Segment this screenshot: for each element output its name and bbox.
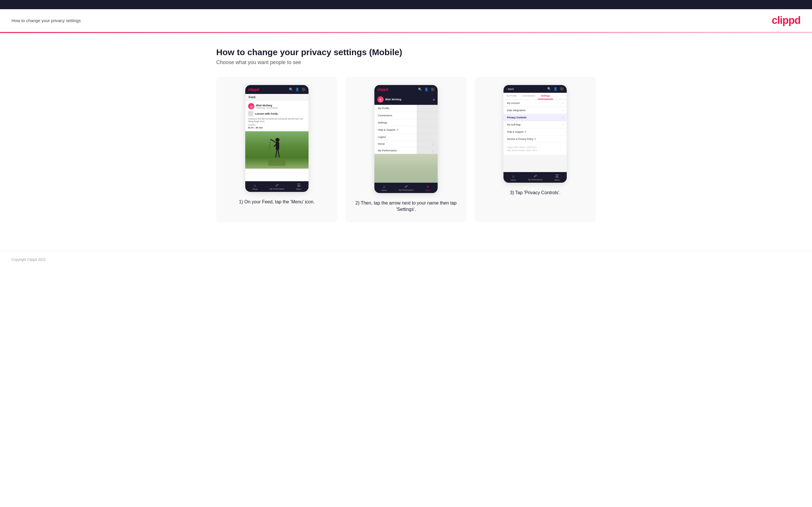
menu-user-row[interactable]: B Blair McHarg ∧ [374, 94, 438, 105]
settings-icon-2[interactable]: ⚫ [431, 88, 435, 91]
steps-grid: clippd 🔍 👤 ⚫ Feed B [216, 77, 596, 222]
phone-2-logo: clippd [377, 87, 388, 92]
nav-home-label-3: Home [511, 179, 516, 181]
step-1-card: clippd 🔍 👤 ⚫ Feed B [216, 77, 337, 222]
feed-post-sub: Yesterday · Sunningdale [256, 107, 278, 109]
phone-3-spacer [504, 155, 567, 172]
phone-1-bottom-nav: ⌂ Home ☍ My Performance ☰ Menu [245, 181, 308, 192]
user-icon[interactable]: 👤 [295, 88, 299, 91]
lesson-duration-label: Duration [248, 124, 306, 126]
phone-1-mockup: clippd 🔍 👤 ⚫ Feed B [245, 85, 308, 192]
nav-performance-2[interactable]: ☍ My Performance [399, 185, 413, 191]
search-icon-3[interactable]: 🔍 [547, 87, 551, 91]
menu-user-name: Blair McHarg [385, 98, 401, 101]
menu-avatar: B [377, 96, 384, 103]
back-label: Back [508, 88, 514, 91]
settings-list: My Account › Data Integrations › Privacy… [504, 100, 567, 143]
tab-settings[interactable]: Settings [538, 93, 553, 99]
nav-home-1[interactable]: ⌂ Home [252, 183, 258, 190]
menu-icon: ☰ [297, 183, 301, 187]
settings-icon[interactable]: ⚫ [302, 88, 306, 91]
back-button[interactable]: ‹ Back [506, 88, 514, 91]
feed-post: B Blair McHarg Yesterday · Sunningdale L… [245, 101, 308, 131]
page-heading: How to change your privacy settings (Mob… [216, 47, 596, 57]
footer: Copyright Clippd 2022 [0, 251, 812, 268]
step-3-caption: 3) Tap 'Privacy Controls'. [510, 189, 561, 196]
nav-menu-label: Menu [296, 188, 301, 190]
header-title: How to change your privacy settings [11, 18, 81, 23]
performance-icon: ☍ [275, 183, 278, 187]
settings-item-service-privacy[interactable]: Service & Privacy Policy ↗ [504, 135, 567, 143]
nav-menu-3[interactable]: ☰ Menu [555, 174, 560, 181]
lesson-time: 01 hr : 30 min [248, 126, 306, 129]
feed-avatar: B [248, 103, 254, 109]
nav-home-2[interactable]: ⌂ Home [382, 184, 387, 191]
top-bar [0, 0, 812, 9]
step-1-caption: 1) On your Feed, tap the 'Menu' icon. [239, 199, 314, 205]
home-icon-3: ⌂ [512, 174, 514, 178]
performance-icon-2: ☍ [405, 185, 408, 188]
version-line-1: Clippd Client Version: 2022.8.3-3 [507, 146, 563, 149]
step-2-card: clippd 🔍 👤 ⚫ B Blair McHarg [345, 77, 466, 222]
phone-1-logo: clippd [248, 87, 259, 92]
tab-connections[interactable]: Connections [519, 93, 538, 99]
privacy-controls-label: Privacy Controls [507, 116, 526, 119]
nav-performance-label-3: My Performance [528, 179, 543, 181]
search-icon-2[interactable]: 🔍 [418, 88, 422, 91]
user-icon-3[interactable]: 👤 [554, 87, 558, 91]
privacy-controls-chevron: › [562, 116, 563, 119]
lesson-title: Lesson with Fordy [255, 112, 278, 115]
svg-point-1 [275, 138, 280, 142]
settings-item-help-support[interactable]: Help & Support ↗ [504, 128, 567, 135]
data-integrations-chevron: › [562, 109, 563, 112]
settings-item-privacy-controls[interactable]: Privacy Controls › [504, 114, 567, 121]
lesson-icon [248, 111, 253, 116]
nav-performance-1[interactable]: ☍ My Performance [270, 183, 285, 190]
settings-item-my-account[interactable]: My Account › [504, 100, 567, 107]
menu-user-chevron: ∧ [433, 98, 435, 101]
feed-post-name: Blair McHarg [256, 104, 278, 107]
settings-item-my-golf-bag[interactable]: My Golf Bag › [504, 121, 567, 128]
nav-home-label: Home [252, 188, 258, 190]
nav-menu-label-2: Menu [425, 189, 431, 191]
lesson-desc: Looking to feel like my hands are exitin… [248, 117, 306, 123]
bg-fade [374, 154, 438, 183]
step-2-caption: 2) Then, tap the arrow next to your name… [353, 200, 458, 213]
phone-2-header: clippd 🔍 👤 ⚫ [374, 85, 438, 94]
nav-menu-1[interactable]: ☰ Menu [296, 183, 301, 190]
tab-my-profile[interactable]: My Profile [504, 93, 519, 99]
logo: clippd [772, 14, 801, 26]
nav-home-label-2: Home [382, 189, 387, 191]
my-golf-bag-chevron: › [562, 123, 563, 126]
settings-icon-3[interactable]: ⚫ [560, 87, 564, 91]
svg-line-5 [276, 150, 277, 157]
settings-tabs: My Profile Connections Settings [504, 93, 567, 100]
phone-1-icons: 🔍 👤 ⚫ [289, 88, 306, 91]
golf-image [245, 131, 308, 169]
user-icon-2[interactable]: 👤 [424, 88, 428, 91]
nav-performance-label-2: My Performance [399, 189, 413, 191]
phone-3-mockup: ‹ Back 🔍 👤 ⚫ My Profile Connections Sett… [504, 85, 567, 183]
settings-item-data-integrations[interactable]: Data Integrations › [504, 107, 567, 114]
nav-home-3[interactable]: ⌂ Home [511, 174, 516, 181]
svg-line-6 [278, 150, 279, 157]
menu-items-container: My Profile Connections Settings Help & S… [374, 105, 438, 154]
phone-2-bottom-nav: ⌂ Home ☍ My Performance ✕ Menu [374, 183, 438, 193]
nav-performance-3[interactable]: ☍ My Performance [528, 174, 543, 181]
phone-1-header: clippd 🔍 👤 ⚫ [245, 85, 308, 94]
phone-3-header: ‹ Back 🔍 👤 ⚫ [504, 85, 567, 93]
feed-post-info: Blair McHarg Yesterday · Sunningdale [256, 104, 278, 109]
search-icon[interactable]: 🔍 [289, 88, 293, 91]
phone-2-icons: 🔍 👤 ⚫ [418, 88, 435, 91]
golfer-svg [268, 134, 286, 166]
blur-overlay [417, 105, 438, 154]
footer-copyright: Copyright Clippd 2022 [11, 258, 46, 262]
feed-tab: Feed [245, 94, 308, 101]
menu-performance-label: My Performance [378, 149, 397, 152]
lesson-row: Lesson with Fordy [248, 111, 306, 116]
feed-post-header: B Blair McHarg Yesterday · Sunningdale [248, 103, 306, 109]
nav-menu-2[interactable]: ✕ Menu [425, 185, 431, 191]
back-chevron: ‹ [506, 88, 507, 91]
close-icon: ✕ [426, 185, 429, 189]
phone-2-content-bg [374, 154, 438, 183]
